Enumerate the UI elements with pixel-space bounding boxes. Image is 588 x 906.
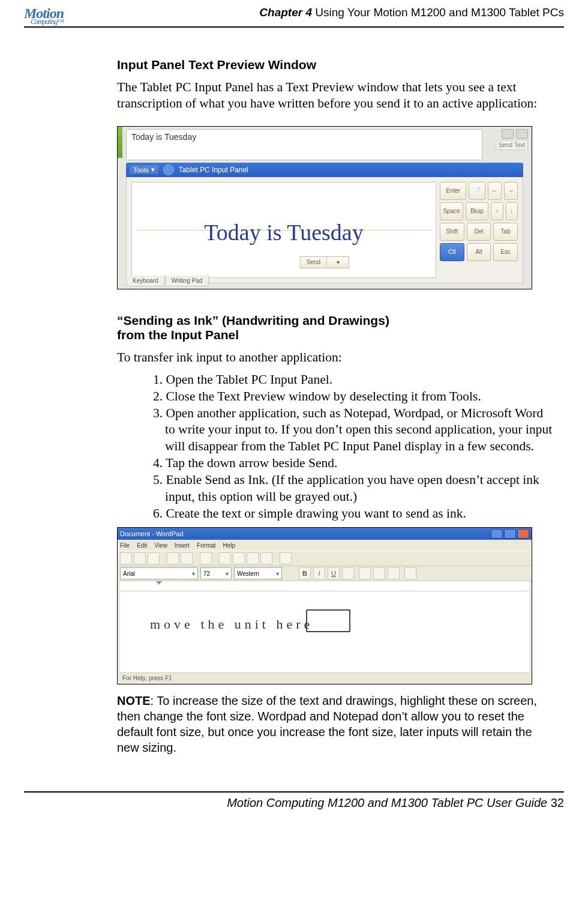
key-del[interactable]: Del bbox=[467, 223, 491, 241]
window-title: Document - WordPad bbox=[120, 530, 184, 537]
heading-line2: from the Input Panel bbox=[117, 328, 239, 342]
send-dropdown-arrow[interactable]: ▾ bbox=[327, 256, 349, 268]
redo-icon[interactable] bbox=[516, 129, 528, 139]
wordpad-titlebar: Document - WordPad bbox=[118, 528, 532, 540]
note-text: : To increase the size of the text and d… bbox=[117, 694, 537, 754]
ink-handwriting: move the unit here bbox=[150, 617, 313, 632]
tools-menu[interactable]: Tools▾ bbox=[130, 165, 158, 174]
menu-insert[interactable]: Insert bbox=[175, 542, 190, 549]
key-ctl[interactable]: Ctl bbox=[440, 243, 464, 261]
note-label: NOTE bbox=[117, 694, 151, 707]
align-right-button[interactable] bbox=[388, 567, 400, 579]
chapter-number: Chapter 4 bbox=[259, 6, 312, 19]
key-bksp[interactable]: Bksp bbox=[466, 202, 489, 220]
section-heading: “Sending as Ink” (Handwriting and Drawin… bbox=[117, 313, 555, 342]
open-icon[interactable] bbox=[134, 552, 146, 564]
font-name-combo[interactable]: Arial▾ bbox=[120, 567, 198, 579]
app-icon bbox=[163, 165, 174, 175]
maximize-button[interactable] bbox=[504, 529, 516, 539]
key-left[interactable]: ← bbox=[488, 182, 502, 200]
ink-shape bbox=[306, 609, 350, 632]
standard-toolbar bbox=[118, 551, 532, 566]
step-item: 6. Create the text or simple drawing you… bbox=[141, 506, 555, 522]
note-block: NOTE: To increase the size of the text a… bbox=[117, 693, 555, 755]
bullets-button[interactable] bbox=[404, 567, 416, 579]
underline-button[interactable]: U bbox=[328, 567, 340, 579]
script-combo[interactable]: Western▾ bbox=[234, 567, 282, 579]
find-icon[interactable] bbox=[200, 552, 212, 564]
input-panel-title: Tablet PC Input Panel bbox=[179, 166, 248, 174]
send-text-button[interactable]: Send Text bbox=[496, 140, 528, 150]
keypad: Enter 📄 ← → Space Bksp ↑ ↓ Shift Del bbox=[440, 182, 518, 278]
font-size-combo[interactable]: 72▾ bbox=[200, 567, 232, 579]
key-enter[interactable]: Enter bbox=[440, 182, 466, 200]
text-preview-field[interactable]: Today is Tuesday bbox=[126, 129, 482, 160]
chevron-down-icon: ▾ bbox=[276, 570, 279, 577]
undo-icon[interactable] bbox=[260, 552, 272, 564]
handwriting-sample: Today is Tuesday bbox=[204, 219, 363, 246]
key-alt[interactable]: Alt bbox=[467, 243, 491, 261]
minimize-button[interactable] bbox=[491, 529, 503, 539]
menu-help[interactable]: Help bbox=[223, 542, 236, 549]
datetime-icon[interactable] bbox=[280, 552, 292, 564]
close-button[interactable] bbox=[517, 529, 529, 539]
format-toolbar: Arial▾ 72▾ Western▾ B I U bbox=[118, 566, 532, 581]
color-button[interactable] bbox=[342, 567, 354, 579]
status-bar: For Help, press F1 bbox=[120, 672, 529, 683]
key-up[interactable]: ↑ bbox=[491, 202, 503, 220]
step-item: 2. Close the Text Preview window by dese… bbox=[141, 388, 555, 405]
key-shift[interactable]: Shift bbox=[440, 223, 464, 241]
screenshot-wordpad: Document - WordPad File Edit View Insert… bbox=[117, 527, 532, 684]
undo-icon[interactable] bbox=[502, 129, 514, 139]
input-panel-titlebar: Tools▾ Tablet PC Input Panel bbox=[126, 163, 523, 177]
copy-icon[interactable] bbox=[233, 552, 245, 564]
decorative-strip bbox=[118, 127, 122, 158]
key-right[interactable]: → bbox=[504, 182, 518, 200]
chapter-label: Chapter 4 Using Your Motion M1200 and M1… bbox=[259, 6, 564, 19]
writing-area[interactable]: Today is Tuesday bbox=[131, 182, 436, 278]
script-value: Western bbox=[237, 570, 259, 577]
key-esc[interactable]: Esc bbox=[493, 243, 518, 261]
menu-view[interactable]: View bbox=[154, 542, 167, 549]
chevron-down-icon: ▾ bbox=[151, 166, 155, 174]
save-icon[interactable] bbox=[148, 552, 160, 564]
new-icon[interactable] bbox=[120, 552, 132, 564]
italic-button[interactable]: I bbox=[313, 567, 325, 579]
bold-button[interactable]: B bbox=[299, 567, 311, 579]
send-button[interactable]: Send bbox=[300, 256, 327, 268]
step-item: 3. Open another application, such as Not… bbox=[141, 405, 555, 456]
step-item: 1. Open the Tablet PC Input Panel. bbox=[141, 372, 555, 388]
menu-edit[interactable]: Edit bbox=[137, 542, 147, 549]
chevron-down-icon: ▾ bbox=[226, 570, 229, 577]
footer-title: Motion Computing M1200 and M1300 Tablet … bbox=[227, 796, 551, 809]
cut-icon[interactable] bbox=[219, 552, 231, 564]
print-icon[interactable] bbox=[167, 552, 179, 564]
step-item: 5. Enable Send as Ink. (If the applicati… bbox=[141, 472, 555, 506]
tab-writing-pad[interactable]: Writing Pad bbox=[165, 276, 209, 286]
key-doc-icon[interactable]: 📄 bbox=[469, 182, 485, 200]
menu-bar: File Edit View Insert Format Help bbox=[118, 540, 532, 551]
steps-list: 1. Open the Tablet PC Input Panel. 2. Cl… bbox=[141, 372, 555, 522]
menu-file[interactable]: File bbox=[120, 542, 130, 549]
send-split-button[interactable]: Send ▾ bbox=[300, 256, 349, 268]
paste-icon[interactable] bbox=[247, 552, 259, 564]
brand-logo: Motion Computing™ bbox=[24, 6, 64, 25]
page-footer: Motion Computing M1200 and M1300 Tablet … bbox=[24, 791, 564, 810]
align-center-button[interactable] bbox=[373, 567, 385, 579]
tab-keyboard[interactable]: Keyboard bbox=[126, 276, 165, 286]
menu-format[interactable]: Format bbox=[197, 542, 216, 549]
chevron-down-icon: ▾ bbox=[192, 570, 195, 577]
align-left-button[interactable] bbox=[359, 567, 371, 579]
key-space[interactable]: Space bbox=[440, 202, 463, 220]
preview-icon[interactable] bbox=[181, 552, 193, 564]
page-header: Motion Computing™ Chapter 4 Using Your M… bbox=[24, 6, 564, 28]
section-intro: To transfer ink input to another applica… bbox=[117, 349, 555, 366]
ruler[interactable] bbox=[120, 581, 529, 591]
key-down[interactable]: ↓ bbox=[506, 202, 518, 220]
chapter-title: Using Your Motion M1200 and M1300 Tablet… bbox=[312, 6, 564, 19]
key-tab[interactable]: Tab bbox=[493, 223, 518, 241]
font-name-value: Arial bbox=[123, 570, 135, 577]
page-content: Input Panel Text Preview Window The Tabl… bbox=[117, 58, 555, 755]
page-number: 32 bbox=[551, 796, 564, 809]
document-canvas[interactable]: move the unit here bbox=[120, 591, 529, 681]
